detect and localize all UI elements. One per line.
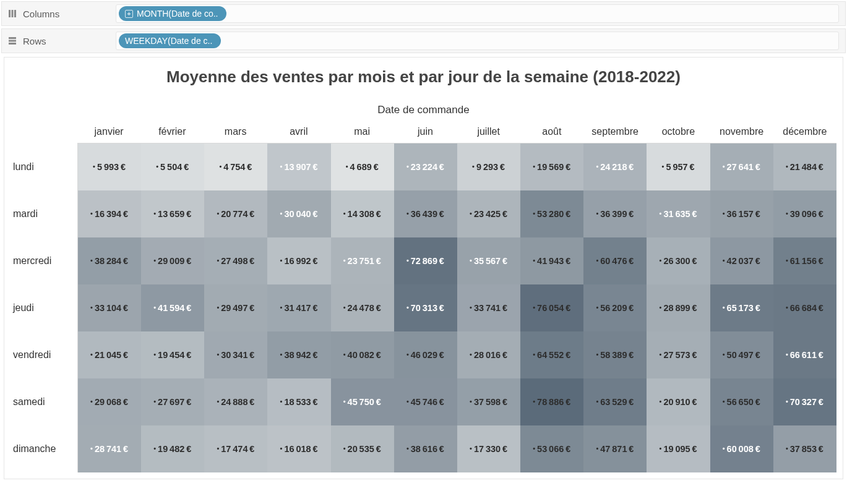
heatmap-cell[interactable]: •61 156 € xyxy=(773,237,836,284)
heatmap-cell[interactable]: •19 569 € xyxy=(520,143,583,190)
heatmap-cell[interactable]: •33 104 € xyxy=(78,284,141,331)
heatmap-cell[interactable]: •17 330 € xyxy=(457,425,520,472)
heatmap-cell[interactable]: •26 300 € xyxy=(647,237,710,284)
heatmap-cell[interactable]: •29 068 € xyxy=(78,378,141,425)
heatmap-cell[interactable]: •46 029 € xyxy=(394,331,457,378)
heatmap-cell[interactable]: •53 066 € xyxy=(520,425,583,472)
heatmap-cell[interactable]: •16 394 € xyxy=(78,190,141,237)
heatmap-cell[interactable]: •45 750 € xyxy=(331,378,394,425)
heatmap-cell[interactable]: •70 313 € xyxy=(394,284,457,331)
heatmap-cell[interactable]: •41 594 € xyxy=(141,284,204,331)
column-headers: janvierfévriermarsavrilmaijuinjuilletaoû… xyxy=(77,126,836,143)
heatmap-cell[interactable]: •27 641 € xyxy=(710,143,773,190)
heatmap-cell[interactable]: •20 774 € xyxy=(204,190,267,237)
heatmap-cell[interactable]: •5 504 € xyxy=(141,143,204,190)
heatmap-cell[interactable]: •24 218 € xyxy=(583,143,647,190)
heatmap-cell[interactable]: •28 741 € xyxy=(78,425,141,472)
heatmap-cell[interactable]: •16 018 € xyxy=(267,425,330,472)
heatmap-cell[interactable]: •64 552 € xyxy=(520,331,583,378)
heatmap-cell[interactable]: •70 327 € xyxy=(773,378,836,425)
heatmap-cell[interactable]: •19 454 € xyxy=(141,331,204,378)
heatmap-cell[interactable]: •78 886 € xyxy=(520,378,583,425)
heatmap-cell[interactable]: •21 045 € xyxy=(78,331,141,378)
heatmap-cell[interactable]: •18 533 € xyxy=(267,378,330,425)
heatmap-cell[interactable]: •39 096 € xyxy=(773,190,836,237)
column-header: octobre xyxy=(647,126,710,143)
heatmap-cell[interactable]: •72 869 € xyxy=(394,237,457,284)
heatmap-cell[interactable]: •36 439 € xyxy=(394,190,457,237)
heatmap-cell[interactable]: •58 389 € xyxy=(583,331,647,378)
heatmap-cell[interactable]: •28 016 € xyxy=(457,331,520,378)
heatmap-cell[interactable]: •38 942 € xyxy=(267,331,330,378)
heatmap-cell[interactable]: •41 943 € xyxy=(520,237,583,284)
heatmap-cell[interactable]: •37 853 € xyxy=(773,425,836,472)
heatmap-cell[interactable]: •53 280 € xyxy=(520,190,583,237)
heatmap-cell[interactable]: •37 598 € xyxy=(457,378,520,425)
heatmap-cell[interactable]: •9 293 € xyxy=(457,143,520,190)
heatmap-cell[interactable]: •29 497 € xyxy=(204,284,267,331)
heatmap-cell[interactable]: •76 054 € xyxy=(520,284,583,331)
heatmap-cell[interactable]: •27 498 € xyxy=(204,237,267,284)
heatmap-cell[interactable]: •20 535 € xyxy=(331,425,394,472)
heatmap-cell[interactable]: •4 689 € xyxy=(331,143,394,190)
columns-pill[interactable]: + MONTH(Date de co.. xyxy=(119,6,226,21)
heatmap-cell[interactable]: •47 871 € xyxy=(583,425,647,472)
heatmap-cell[interactable]: •60 476 € xyxy=(583,237,647,284)
heatmap-cell[interactable]: •13 907 € xyxy=(267,143,330,190)
heatmap-cell[interactable]: •23 425 € xyxy=(457,190,520,237)
heatmap-cell[interactable]: •38 616 € xyxy=(394,425,457,472)
svg-rect-4 xyxy=(9,40,16,42)
heatmap-cell[interactable]: •56 650 € xyxy=(710,378,773,425)
heatmap-cell[interactable]: •29 009 € xyxy=(141,237,204,284)
heatmap-cell[interactable]: •23 224 € xyxy=(394,143,457,190)
rows-pill[interactable]: WEEKDAY(Date de c.. xyxy=(119,33,221,48)
column-header: septembre xyxy=(583,126,647,143)
heatmap-cell[interactable]: •35 567 € xyxy=(457,237,520,284)
rows-shelf[interactable]: Rows WEEKDAY(Date de c.. xyxy=(1,28,846,53)
heatmap-cell[interactable]: •50 497 € xyxy=(710,331,773,378)
heatmap-cell[interactable]: •14 308 € xyxy=(331,190,394,237)
heatmap-cell[interactable]: •21 484 € xyxy=(773,143,836,190)
heatmap-cell[interactable]: •27 573 € xyxy=(647,331,710,378)
heatmap-cell[interactable]: •31 635 € xyxy=(647,190,710,237)
heatmap-cell[interactable]: •19 095 € xyxy=(647,425,710,472)
heatmap-cell[interactable]: •5 957 € xyxy=(647,143,710,190)
rows-icon xyxy=(8,36,17,45)
heatmap-cell[interactable]: •20 910 € xyxy=(647,378,710,425)
columns-shelf[interactable]: Columns + MONTH(Date de co.. xyxy=(1,1,846,26)
heatmap-cell[interactable]: •24 478 € xyxy=(331,284,394,331)
heatmap-cell[interactable]: •24 888 € xyxy=(204,378,267,425)
column-header: novembre xyxy=(710,126,773,143)
column-header: avril xyxy=(267,126,330,143)
heatmap-cell[interactable]: •19 482 € xyxy=(141,425,204,472)
heatmap-cell[interactable]: •23 751 € xyxy=(331,237,394,284)
heatmap-cell[interactable]: •36 157 € xyxy=(710,190,773,237)
heatmap-cell[interactable]: •36 399 € xyxy=(583,190,647,237)
heatmap-cell[interactable]: •66 611 € xyxy=(773,331,836,378)
heatmap-cell[interactable]: •4 754 € xyxy=(204,143,267,190)
heatmap-cell[interactable]: •45 746 € xyxy=(394,378,457,425)
heatmap-cell[interactable]: •27 697 € xyxy=(141,378,204,425)
heatmap-cell[interactable]: •30 040 € xyxy=(267,190,330,237)
columns-pill-zone[interactable]: + MONTH(Date de co.. xyxy=(116,4,839,23)
heatmap-cell[interactable]: •30 341 € xyxy=(204,331,267,378)
heatmap-cell[interactable]: •63 529 € xyxy=(583,378,647,425)
heatmap-cell[interactable]: •38 284 € xyxy=(78,237,141,284)
heatmap-cell[interactable]: •60 008 € xyxy=(710,425,773,472)
heatmap-cell[interactable]: •13 659 € xyxy=(141,190,204,237)
svg-rect-5 xyxy=(9,43,16,45)
heatmap-cell[interactable]: •17 474 € xyxy=(204,425,267,472)
heatmap-cell[interactable]: •56 209 € xyxy=(583,284,647,331)
svg-rect-3 xyxy=(9,37,16,39)
heatmap-cell[interactable]: •66 684 € xyxy=(773,284,836,331)
heatmap-cell[interactable]: •16 992 € xyxy=(267,237,330,284)
heatmap-cell[interactable]: •31 417 € xyxy=(267,284,330,331)
heatmap-cell[interactable]: •42 037 € xyxy=(710,237,773,284)
heatmap-cell[interactable]: •33 741 € xyxy=(457,284,520,331)
heatmap-cell[interactable]: •65 173 € xyxy=(710,284,773,331)
rows-pill-zone[interactable]: WEEKDAY(Date de c.. xyxy=(116,32,839,50)
heatmap-cell[interactable]: •28 899 € xyxy=(647,284,710,331)
svg-rect-1 xyxy=(12,10,14,17)
heatmap-cell[interactable]: •40 082 € xyxy=(331,331,394,378)
heatmap-cell[interactable]: •5 993 € xyxy=(78,143,141,190)
